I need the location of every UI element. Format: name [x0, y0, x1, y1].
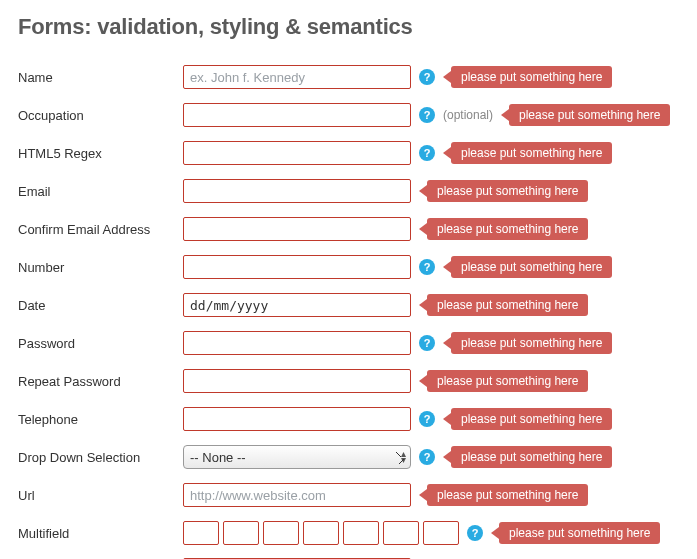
error-bubble: please put something here	[427, 180, 588, 202]
help-icon[interactable]: ?	[419, 69, 435, 85]
optional-label: (optional)	[443, 108, 493, 122]
regex-input[interactable]	[183, 141, 411, 165]
error-bubble: please put something here	[499, 522, 660, 544]
error-bubble: please put something here	[427, 218, 588, 240]
label-number: Number	[18, 260, 183, 275]
label-multifield: Multifield	[18, 526, 183, 541]
page-title: Forms: validation, styling & semantics	[18, 14, 679, 40]
label-dropdown: Drop Down Selection	[18, 450, 183, 465]
label-confirm-email: Confirm Email Address	[18, 222, 183, 237]
label-telephone: Telephone	[18, 412, 183, 427]
label-url: Url	[18, 488, 183, 503]
password-input[interactable]	[183, 331, 411, 355]
multifield-input[interactable]	[423, 521, 459, 545]
help-icon[interactable]: ?	[467, 525, 483, 541]
email-input[interactable]	[183, 179, 411, 203]
row-repeat-password: Repeat Password please put something her…	[18, 368, 679, 394]
row-date: Date please put something here	[18, 292, 679, 318]
error-bubble: please put something here	[451, 446, 612, 468]
number-input[interactable]	[183, 255, 411, 279]
occupation-input[interactable]	[183, 103, 411, 127]
label-date: Date	[18, 298, 183, 313]
label-name: Name	[18, 70, 183, 85]
row-telephone: Telephone ? please put something here	[18, 406, 679, 432]
row-regex: HTML5 Regex ? please put something here	[18, 140, 679, 166]
error-bubble: please put something here	[451, 142, 612, 164]
row-multifield: Multifield ? please put something here	[18, 520, 679, 546]
url-input[interactable]	[183, 483, 411, 507]
row-confirm-email: Confirm Email Address please put somethi…	[18, 216, 679, 242]
help-icon[interactable]: ?	[419, 145, 435, 161]
help-icon[interactable]: ?	[419, 449, 435, 465]
updown-icon: ▴▾	[401, 451, 406, 463]
row-occupation: Occupation ? (optional) please put somet…	[18, 102, 679, 128]
date-input[interactable]	[183, 293, 411, 317]
label-password: Password	[18, 336, 183, 351]
help-icon[interactable]: ?	[419, 259, 435, 275]
error-bubble: please put something here	[451, 256, 612, 278]
row-email: Email please put something here	[18, 178, 679, 204]
help-icon[interactable]: ?	[419, 411, 435, 427]
repeat-password-input[interactable]	[183, 369, 411, 393]
row-password: Password ? please put something here	[18, 330, 679, 356]
label-email: Email	[18, 184, 183, 199]
row-number: Number ? please put something here	[18, 254, 679, 280]
label-repeat-password: Repeat Password	[18, 374, 183, 389]
multifield-input[interactable]	[223, 521, 259, 545]
telephone-input[interactable]	[183, 407, 411, 431]
multifield-input[interactable]	[343, 521, 379, 545]
error-bubble: please put something here	[451, 66, 612, 88]
multifield-input[interactable]	[263, 521, 299, 545]
help-icon[interactable]: ?	[419, 335, 435, 351]
error-bubble: please put something here	[451, 332, 612, 354]
label-occupation: Occupation	[18, 108, 183, 123]
confirm-email-input[interactable]	[183, 217, 411, 241]
row-dropdown: Drop Down Selection -- None -- ▴▾ ? plea…	[18, 444, 679, 470]
row-url: Url please put something here	[18, 482, 679, 508]
dropdown-select[interactable]: -- None -- ▴▾	[183, 445, 411, 469]
error-bubble: please put something here	[427, 294, 588, 316]
label-regex: HTML5 Regex	[18, 146, 183, 161]
help-icon[interactable]: ?	[419, 107, 435, 123]
row-name: Name ? please put something here	[18, 64, 679, 90]
multifield-input[interactable]	[303, 521, 339, 545]
name-input[interactable]	[183, 65, 411, 89]
error-bubble: please put something here	[427, 370, 588, 392]
multifield-input[interactable]	[383, 521, 419, 545]
error-bubble: please put something here	[427, 484, 588, 506]
multifield-input[interactable]	[183, 521, 219, 545]
error-bubble: please put something here	[509, 104, 670, 126]
error-bubble: please put something here	[451, 408, 612, 430]
dropdown-value: -- None --	[190, 450, 246, 465]
multifield-group	[183, 521, 459, 545]
